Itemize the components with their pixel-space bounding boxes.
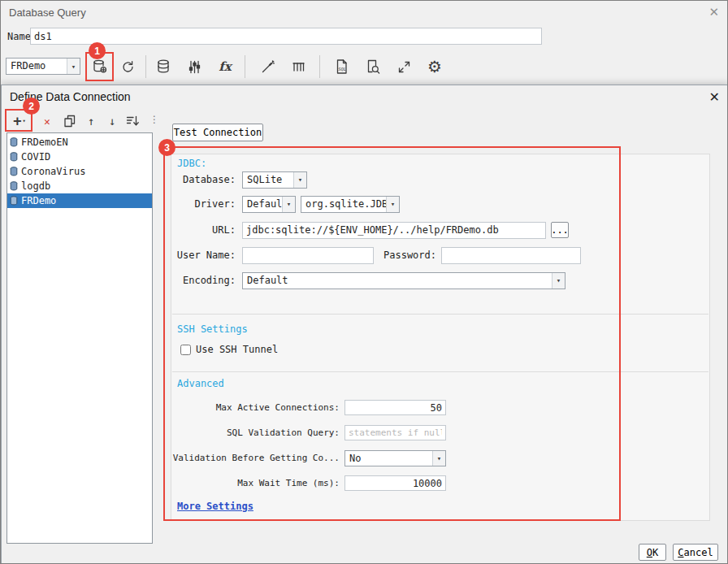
- chevron-down-icon: ▾: [386, 197, 399, 212]
- copy-connection-button[interactable]: [60, 111, 80, 131]
- validation-before-getting-value: No: [345, 451, 432, 466]
- list-item[interactable]: FRDemoEN: [7, 135, 152, 150]
- gear-icon: ⚙: [427, 59, 442, 75]
- chevron-down-icon: ▾: [23, 119, 26, 124]
- window-titlebar: Database Query ✕: [1, 1, 727, 24]
- sql-editor-button[interactable]: SQL: [331, 55, 353, 78]
- chevron-down-icon: ▾: [293, 172, 306, 188]
- browse-button[interactable]: ...: [551, 222, 569, 238]
- window-close-icon[interactable]: ✕: [708, 5, 719, 20]
- parameter-settings-button[interactable]: [183, 55, 206, 78]
- encoding-row: Encoding: Default ▾: [172, 271, 627, 289]
- max-active-connections-row: Max Active Connections:: [172, 399, 446, 416]
- sort-icon: [125, 114, 140, 128]
- dataset-select[interactable]: FRDemo ▾: [6, 58, 80, 75]
- sql-validation-query-input[interactable]: [344, 425, 446, 440]
- password-input[interactable]: [441, 247, 581, 264]
- magic-wand-icon: [260, 59, 275, 75]
- fx-icon: fx: [219, 59, 231, 74]
- cancel-button[interactable]: Cancel: [673, 544, 718, 561]
- database-item-icon: [10, 196, 18, 206]
- list-item[interactable]: CoronaVirus: [7, 164, 152, 179]
- toolbar-separator: [245, 55, 245, 78]
- data-connection-config-button[interactable]: [89, 55, 111, 78]
- ssh-section-label: SSH Settings: [177, 323, 248, 335]
- ok-button[interactable]: OK: [639, 544, 666, 561]
- toolbar-separator: [319, 55, 320, 78]
- max-active-connections-input[interactable]: [344, 400, 446, 415]
- url-row: URL: ...: [172, 221, 627, 239]
- connection-name: FRDemo: [21, 195, 56, 206]
- database-select-value: SQLite: [243, 172, 293, 188]
- driver-class-select[interactable]: org.sqlite.JDBC ▾: [301, 196, 400, 213]
- validation-before-getting-select[interactable]: No ▾: [344, 450, 446, 466]
- define-data-connection-dialog: Define Data Connection ✕ + ▾ ✕ ↑ ↓: [1, 85, 728, 564]
- chevron-down-icon: ▾: [282, 197, 295, 212]
- test-connection-button[interactable]: Test Connection: [172, 124, 263, 141]
- database-select[interactable]: SQLite ▾: [242, 171, 307, 189]
- window-title: Database Query: [9, 7, 86, 19]
- delete-connection-button[interactable]: ✕: [37, 111, 57, 131]
- preview-magnifier-icon: [365, 59, 381, 75]
- name-input[interactable]: [30, 28, 542, 45]
- list-item[interactable]: logdb: [7, 179, 152, 193]
- dialog-close-icon[interactable]: ✕: [709, 89, 720, 105]
- sql-validation-query-label: SQL Validation Query:: [172, 427, 340, 438]
- use-ssh-tunnel-label: Use SSH Tunnel: [196, 344, 278, 355]
- expand-arrows-icon: [396, 59, 412, 75]
- formula-button[interactable]: fx: [214, 55, 236, 78]
- list-item-selected[interactable]: FRDemo: [7, 193, 152, 208]
- max-wait-time-input[interactable]: [344, 475, 446, 491]
- sql-validation-query-row: SQL Validation Query:: [172, 424, 446, 441]
- arrow-down-icon: ↓: [109, 115, 115, 127]
- database-button[interactable]: [152, 55, 175, 78]
- driver-label: Driver:: [172, 198, 236, 210]
- driver-mode-select[interactable]: Default ▾: [242, 196, 296, 213]
- connection-name: logdb: [21, 180, 50, 192]
- connection-name: CoronaVirus: [21, 166, 85, 177]
- add-connection-button[interactable]: + ▾: [8, 111, 31, 131]
- database-item-icon: [10, 181, 18, 191]
- maximize-editor-button[interactable]: [392, 55, 415, 78]
- list-item[interactable]: COVID: [7, 150, 152, 164]
- database-icon: [155, 59, 171, 75]
- copy-icon: [63, 114, 77, 128]
- use-ssh-tunnel-checkbox[interactable]: [180, 345, 191, 355]
- credentials-row: User Name: Password:: [172, 246, 627, 264]
- connection-list: FRDemoEN COVID CoronaVirus: [6, 132, 153, 544]
- section-divider: [172, 371, 708, 372]
- user-name-label: User Name:: [172, 249, 236, 261]
- table-columns-icon: [291, 59, 306, 75]
- ssh-tunnel-row: Use SSH Tunnel: [180, 342, 278, 357]
- url-label: URL:: [172, 224, 236, 236]
- move-up-button[interactable]: ↑: [81, 111, 101, 131]
- sliders-icon: [187, 59, 202, 75]
- password-label: Password:: [384, 249, 436, 261]
- settings-button[interactable]: ⚙: [423, 55, 446, 78]
- max-active-connections-label: Max Active Connections:: [172, 402, 340, 413]
- validation-before-getting-row: Validation Before Getting Co... No ▾: [172, 449, 446, 466]
- encoding-select[interactable]: Default ▾: [242, 272, 566, 289]
- preview-button[interactable]: [362, 55, 384, 78]
- advanced-section-label: Advanced: [177, 378, 224, 389]
- connection-name: FRDemoEN: [21, 137, 68, 148]
- database-config-icon: [92, 59, 108, 75]
- url-input[interactable]: [242, 222, 546, 239]
- refresh-icon: [120, 59, 136, 75]
- user-name-input[interactable]: [242, 247, 374, 264]
- column-width-button[interactable]: [287, 55, 310, 78]
- more-settings-link[interactable]: More Settings: [177, 501, 254, 512]
- panel-splitter-handle[interactable]: ⋮: [150, 115, 159, 124]
- connection-name: COVID: [21, 151, 50, 163]
- chevron-down-icon: ▾: [67, 59, 80, 74]
- database-label: Database:: [172, 174, 236, 185]
- driver-row: Driver: Default ▾ org.sqlite.JDBC ▾: [172, 195, 627, 213]
- refresh-button[interactable]: [116, 55, 139, 78]
- move-down-button[interactable]: ↓: [102, 111, 122, 131]
- smart-edit-button[interactable]: [256, 55, 279, 78]
- sql-document-icon: SQL: [334, 59, 350, 75]
- section-divider: [172, 314, 708, 315]
- dataset-select-value: FRDemo: [6, 59, 67, 74]
- sort-connections-button[interactable]: [122, 111, 143, 131]
- chevron-down-icon: ▾: [432, 451, 445, 466]
